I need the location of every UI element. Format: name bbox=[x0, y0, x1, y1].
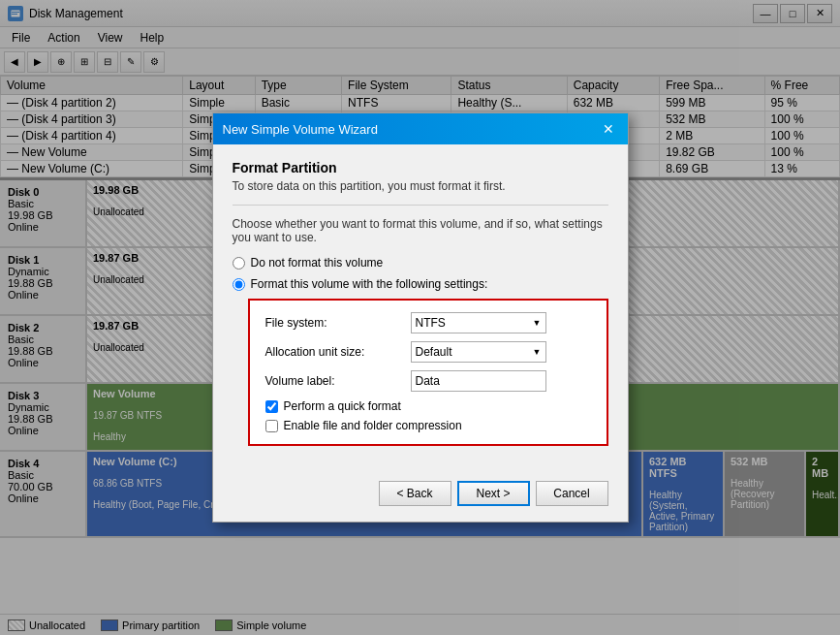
radio-no-format-group: Do not format this volume bbox=[233, 256, 608, 270]
radio-format-text: Format this volume with the following se… bbox=[251, 277, 488, 291]
filesystem-value: NTFS bbox=[416, 316, 446, 330]
modal-section-desc: To store data on this partition, you mus… bbox=[233, 179, 608, 193]
filesystem-label: File system: bbox=[265, 316, 411, 330]
modal-body: Format Partition To store data on this p… bbox=[213, 144, 628, 473]
modal-section-title: Format Partition bbox=[233, 160, 608, 175]
radio-no-format-text: Do not format this volume bbox=[251, 256, 384, 270]
compress-text: Enable file and folder compression bbox=[284, 419, 462, 432]
compress-checkbox[interactable] bbox=[265, 420, 278, 432]
alloc-label: Allocation unit size: bbox=[265, 345, 411, 359]
volume-label: Volume label: bbox=[265, 374, 411, 388]
radio-format-group: Format this volume with the following se… bbox=[233, 277, 608, 291]
compress-checkbox-label[interactable]: Enable file and folder compression bbox=[265, 419, 591, 432]
form-row-alloc: Allocation unit size: Default ▼ bbox=[265, 341, 591, 363]
form-row-filesystem: File system: NTFS ▼ bbox=[265, 312, 591, 333]
cancel-button[interactable]: Cancel bbox=[536, 481, 608, 506]
radio-no-format-label[interactable]: Do not format this volume bbox=[233, 256, 608, 270]
radio-format[interactable] bbox=[233, 278, 245, 291]
modal-divider bbox=[233, 205, 608, 206]
modal-close-button[interactable]: ✕ bbox=[599, 119, 618, 139]
alloc-arrow: ▼ bbox=[533, 347, 542, 357]
modal-instructions: Choose whether you want to format this v… bbox=[233, 217, 608, 244]
format-settings-box: File system: NTFS ▼ Allocation unit size… bbox=[248, 299, 608, 446]
filesystem-select[interactable]: NTFS ▼ bbox=[411, 312, 546, 333]
modal-footer: < Back Next > Cancel bbox=[213, 473, 628, 522]
radio-format-label[interactable]: Format this volume with the following se… bbox=[233, 277, 608, 291]
quick-format-checkbox-label[interactable]: Perform a quick format bbox=[265, 399, 591, 413]
radio-no-format[interactable] bbox=[233, 257, 245, 270]
quick-format-checkbox[interactable] bbox=[265, 400, 278, 413]
modal-title: New Simple Volume Wizard bbox=[223, 122, 378, 137]
modal-overlay: New Simple Volume Wizard ✕ Format Partit… bbox=[0, 0, 840, 635]
next-button[interactable]: Next > bbox=[457, 481, 530, 506]
modal-dialog: New Simple Volume Wizard ✕ Format Partit… bbox=[212, 112, 629, 523]
alloc-select[interactable]: Default ▼ bbox=[411, 341, 546, 363]
modal-titlebar: New Simple Volume Wizard ✕ bbox=[213, 113, 628, 144]
alloc-value: Default bbox=[416, 345, 452, 359]
form-row-volume: Volume label: bbox=[265, 370, 591, 392]
back-button[interactable]: < Back bbox=[379, 481, 451, 506]
volume-input[interactable] bbox=[411, 370, 546, 392]
filesystem-arrow: ▼ bbox=[533, 318, 542, 328]
quick-format-text: Perform a quick format bbox=[284, 399, 401, 413]
